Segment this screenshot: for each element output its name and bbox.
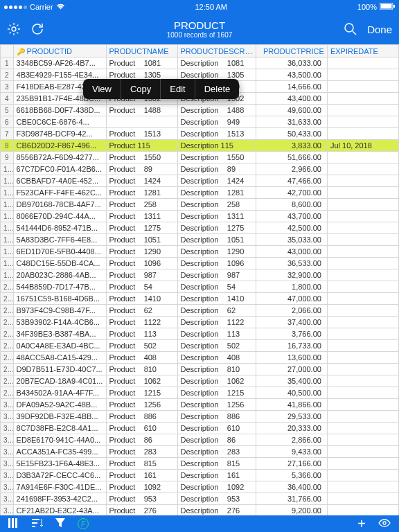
cell-productprice[interactable]: 36,533.00 — [256, 258, 327, 269]
cell-expiredate[interactable] — [327, 211, 398, 222]
cell-expiredate[interactable] — [327, 340, 398, 352]
cell-productprice[interactable]: 9,433.00 — [256, 446, 327, 458]
cell-expiredate[interactable] — [327, 328, 398, 340]
cell-productdescription[interactable]: Description 54 — [177, 281, 256, 293]
eye-icon[interactable] — [378, 518, 391, 529]
cell-productid[interactable]: B973F4C9-C98B-47F... — [13, 305, 106, 317]
table-row[interactable]: 12F523CAFF-F4FE-462C...Product 1281Descr… — [1, 187, 399, 199]
cell-expiredate[interactable] — [327, 505, 398, 516]
cell-productdescription[interactable]: Description 161 — [177, 470, 256, 481]
cell-productprice[interactable]: 32,900.00 — [256, 269, 327, 281]
cell-productid[interactable]: 6ED1D70E-5FB0-4408... — [13, 246, 106, 258]
cell-productprice[interactable]: 2,866.00 — [256, 434, 327, 446]
cell-productname[interactable]: Product 1410 — [106, 293, 177, 305]
cell-productname[interactable] — [106, 116, 177, 128]
column-header[interactable]: PRODUCTPRICE — [256, 45, 327, 57]
cell-productprice[interactable]: 41,866.00 — [256, 399, 327, 411]
cell-productname[interactable]: Product 62 — [106, 305, 177, 317]
cell-productprice[interactable]: 42,500.00 — [256, 222, 327, 234]
function-icon[interactable]: F — [78, 518, 89, 529]
table-row[interactable]: 8CB6D20D2-F867-496...Product 115Descript… — [1, 140, 399, 152]
cell-productprice[interactable]: 43,700.00 — [256, 211, 327, 222]
table-row[interactable]: 34ACCA351A-FC35-499...Product 283Descrip… — [1, 446, 399, 458]
cell-productprice[interactable]: 47,466.00 — [256, 175, 327, 187]
cell-productid[interactable]: D9D7B511-E73D-40C7... — [13, 364, 106, 375]
cell-productprice[interactable]: 43,400.00 — [256, 93, 327, 105]
cell-productprice[interactable]: 14,666.00 — [256, 81, 327, 93]
cell-expiredate[interactable] — [327, 387, 398, 399]
cell-productname[interactable]: Product 1051 — [106, 234, 177, 246]
table-row[interactable]: 36D3B3A72F-CECC-4C6...Product 161Descrip… — [1, 470, 399, 481]
cell-productdescription[interactable]: Description 1550 — [177, 152, 256, 163]
table-row[interactable]: 13DB970168-78CB-4AF7...Product 258Descri… — [1, 199, 399, 211]
table-row[interactable]: 33ED8E6170-941C-44A0...Product 86Descrip… — [1, 434, 399, 446]
cell-productprice[interactable]: 3,766.00 — [256, 328, 327, 340]
cell-productid[interactable]: 53B93902-F14A-4CB6... — [13, 317, 106, 328]
cell-productname[interactable]: Product 1281 — [106, 187, 177, 199]
column-header[interactable]: PRODUCTDESCRIPTION — [177, 45, 256, 57]
cell-productdescription[interactable]: Description 953 — [177, 493, 256, 505]
cell-expiredate[interactable] — [327, 128, 398, 140]
cell-productname[interactable]: Product 502 — [106, 340, 177, 352]
cell-productname[interactable]: Product 161 — [106, 470, 177, 481]
filter-icon[interactable] — [55, 518, 65, 530]
cell-productid[interactable]: 5E15FB23-1F6A-48E3... — [13, 458, 106, 470]
cell-productname[interactable]: Product 1092 — [106, 481, 177, 493]
cell-productprice[interactable]: 36,033.00 — [256, 57, 327, 69]
table-row[interactable]: 1920AB023C-2886-4AB...Product 987Descrip… — [1, 269, 399, 281]
table-row[interactable]: 355E15FB23-1F6A-48E3...Product 815Descri… — [1, 458, 399, 470]
cell-productprice[interactable]: 42,700.00 — [256, 187, 327, 199]
cell-productdescription[interactable]: Description 115 — [177, 140, 256, 152]
cell-productprice[interactable]: 36,400.00 — [256, 481, 327, 493]
cell-productid[interactable]: 3348BC59-AF26-4B7... — [13, 57, 106, 69]
done-button[interactable]: Done — [367, 24, 392, 35]
cell-productid[interactable]: CF21AB2D-E3C2-43A... — [13, 505, 106, 516]
cell-productprice[interactable]: 35,400.00 — [256, 375, 327, 387]
cell-productname[interactable]: Product 1215 — [106, 387, 177, 399]
cell-productid[interactable]: 7A914E6F-F30C-41DE... — [13, 481, 106, 493]
cell-productname[interactable]: Product 1062 — [106, 375, 177, 387]
table-row[interactable]: 7F3D9874B-DCF9-42...Product 1513Descript… — [1, 128, 399, 140]
cell-productprice[interactable]: 43,000.00 — [256, 246, 327, 258]
cell-productid[interactable]: F3D9874B-DCF9-42... — [13, 128, 106, 140]
cell-expiredate[interactable] — [327, 57, 398, 69]
cell-productname[interactable]: Product 1081 — [106, 57, 177, 69]
cell-productid[interactable]: D3B3A72F-CECC-4C6... — [13, 470, 106, 481]
table-row[interactable]: 2434F39BE3-B387-4BA...Product 113Descrip… — [1, 328, 399, 340]
table-row[interactable]: 18C48DC15E-55DB-4CA...Product 1096Descri… — [1, 258, 399, 269]
cell-productdescription[interactable]: Description 1122 — [177, 317, 256, 328]
table-row[interactable]: 13348BC59-AF26-4B7...Product 1081Descrip… — [1, 57, 399, 69]
cell-productdescription[interactable]: Description 283 — [177, 446, 256, 458]
cell-productname[interactable]: Product 953 — [106, 493, 177, 505]
cell-productname[interactable]: Product 810 — [106, 364, 177, 375]
table-row[interactable]: 1067C7DFC0-F01A-42B6...Product 89Descrip… — [1, 163, 399, 175]
cell-productdescription[interactable]: Description 276 — [177, 505, 256, 516]
cell-productid[interactable]: 6CBBAFD7-4A0E-452... — [13, 175, 106, 187]
cell-productname[interactable]: Product 987 — [106, 269, 177, 281]
cell-productid[interactable]: C48DC15E-55DB-4CA... — [13, 258, 106, 269]
cell-productprice[interactable]: 9,200.00 — [256, 505, 327, 516]
cell-productid[interactable]: 541444D6-8952-471B... — [13, 222, 106, 234]
gear-icon[interactable] — [7, 22, 21, 36]
cell-expiredate[interactable] — [327, 423, 398, 434]
cell-productid[interactable]: 20AB023C-2886-4AB... — [13, 269, 106, 281]
cell-productid[interactable]: 34F39BE3-B387-4BA... — [13, 328, 106, 340]
table-row[interactable]: 56618BB68-D0F7-438D...Product 1488Descri… — [1, 105, 399, 116]
cell-productprice[interactable]: 31,766.00 — [256, 493, 327, 505]
ctx-view[interactable]: View — [83, 79, 121, 99]
columns-icon[interactable] — [8, 518, 19, 530]
cell-productprice[interactable]: 2,966.00 — [256, 163, 327, 175]
cell-productdescription[interactable]: Description 113 — [177, 328, 256, 340]
cell-productid[interactable]: 48ACC5A8-CA15-429... — [13, 352, 106, 364]
cell-productname[interactable]: Product 86 — [106, 434, 177, 446]
cell-expiredate[interactable] — [327, 199, 398, 211]
cell-productid[interactable]: 8066E70D-294C-44A... — [13, 211, 106, 222]
cell-productdescription[interactable]: Description 1275 — [177, 222, 256, 234]
cell-productdescription[interactable]: Description 1215 — [177, 387, 256, 399]
cell-productdescription[interactable]: Description 610 — [177, 423, 256, 434]
cell-productdescription[interactable]: Description 815 — [177, 458, 256, 470]
cell-expiredate[interactable] — [327, 481, 398, 493]
cell-productprice[interactable]: 29,533.00 — [256, 411, 327, 423]
cell-productprice[interactable]: 51,666.00 — [256, 152, 327, 163]
cell-expiredate[interactable] — [327, 258, 398, 269]
